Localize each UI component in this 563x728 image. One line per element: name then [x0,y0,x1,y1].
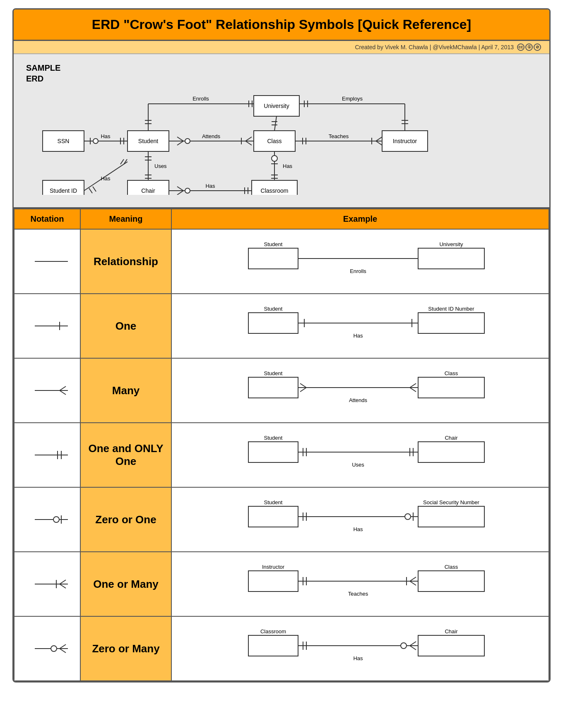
notation-icon-one_only [22,443,72,467]
svg-rect-119 [248,442,298,462]
svg-text:Student: Student [138,138,158,144]
meaning-cell-4: Zero or One [80,487,171,552]
svg-line-78 [177,191,183,195]
svg-text:University: University [264,103,289,109]
svg-text:Chair: Chair [141,187,155,194]
subtitle-text: Created by Vivek M. Chawla | @VivekMChaw… [355,44,514,50]
notation-icon-one_or_many [22,572,72,596]
svg-text:Class: Class [267,138,282,144]
svg-text:Chair: Chair [445,435,458,441]
erd-diagram: SSN Student ID Student Chair University … [26,62,537,195]
svg-line-156 [410,581,416,585]
meaning-cell-6: Zero or Many [80,616,171,681]
table-row: One Student Student ID Number Has [14,294,549,358]
svg-point-80 [185,188,190,193]
svg-text:Has: Has [205,183,215,189]
svg-rect-147 [248,571,298,592]
svg-rect-134 [418,506,484,527]
svg-text:Teaches: Teaches [329,133,349,139]
meaning-cell-1: One [80,294,171,358]
svg-text:Has: Has [353,526,363,532]
svg-line-24 [89,188,92,193]
svg-text:Enrolls: Enrolls [350,268,366,274]
svg-line-102 [60,390,66,395]
example-diagram-one: Student Student ID Number Has [215,302,505,348]
table-row: One or Many Instructor Class Teaches [14,552,549,616]
svg-text:Enrolls: Enrolls [192,96,209,102]
svg-text:Employs: Employs [342,96,363,102]
example-cell-2: Student Class Attends [171,358,549,423]
svg-text:Chair: Chair [445,628,458,635]
svg-line-145 [60,584,66,588]
svg-rect-121 [418,442,484,462]
notation-icon-plain [22,249,72,274]
svg-text:Class: Class [445,564,458,570]
header-example: Example [171,209,549,229]
svg-point-71 [272,156,277,161]
svg-rect-149 [418,571,484,592]
example-diagram-many: Student Class Attends [215,367,505,412]
svg-text:Class: Class [445,370,458,376]
example-cell-5: Instructor Class Teaches [171,552,549,616]
svg-text:Student: Student [264,499,283,505]
svg-text:Social Security Number: Social Security Number [423,499,479,505]
notation-cell-4 [14,487,80,552]
svg-line-41 [245,141,252,145]
example-diagram-zero_or_one: Student Social Security Number Has [215,496,505,541]
svg-text:Student ID: Student ID [50,187,77,194]
meaning-cell-2: Many [80,358,171,423]
header-meaning: Meaning [80,209,171,229]
svg-line-110 [300,388,306,392]
svg-rect-106 [418,377,484,398]
svg-rect-86 [418,248,484,269]
table-row: Zero or Many Classroom Chair Has [14,616,549,681]
svg-text:Instructor: Instructor [262,564,285,570]
table-row: Many Student Class Attends [14,358,549,423]
svg-text:Classroom: Classroom [261,187,289,194]
svg-text:Attends: Attends [349,397,368,403]
svg-point-39 [185,139,190,144]
svg-rect-94 [418,313,484,333]
svg-line-40 [245,137,252,141]
svg-rect-92 [248,313,298,333]
svg-text:SSN: SSN [58,138,70,144]
notation-icon-zero_or_one [22,507,72,532]
svg-line-155 [410,577,416,581]
table-row: Relationship Student University Enrolls [14,229,549,294]
svg-rect-104 [248,377,298,398]
cc-icon: cc [517,43,525,51]
svg-text:Has: Has [353,655,363,661]
svg-text:Student: Student [264,370,283,376]
erd-section: SAMPLEERD SSN Student ID Student Chair [14,54,549,208]
svg-text:Uses: Uses [352,462,364,468]
svg-point-130 [53,517,59,522]
svg-text:Has: Has [353,333,363,339]
svg-line-101 [60,386,66,390]
svg-line-77 [177,187,183,191]
svg-line-62 [376,137,382,141]
example-diagram-zero_or_many: Classroom Chair Has [215,625,505,671]
svg-point-171 [401,643,407,649]
example-cell-3: Student Chair Uses [171,423,549,487]
example-cell-6: Classroom Chair Has [171,616,549,681]
svg-line-37 [177,141,183,145]
notation-cell-1 [14,294,80,358]
svg-line-144 [60,580,66,584]
page-title: ERD "Crow's Foot" Relationship Symbols [… [92,17,471,32]
example-diagram-plain: Student University Enrolls [215,238,505,283]
svg-text:Classroom: Classroom [260,628,286,635]
meaning-cell-3: One and ONLY One [80,423,171,487]
svg-rect-84 [248,248,298,269]
example-cell-4: Student Social Security Number Has [171,487,549,552]
svg-line-173 [410,646,416,650]
svg-text:Student: Student [264,306,283,312]
svg-point-19 [93,139,98,144]
notation-cell-6 [14,616,80,681]
svg-text:Teaches: Teaches [348,591,368,597]
subtitle-bar: Created by Vivek M. Chawla | @VivekMChaw… [14,41,549,54]
svg-line-26 [120,159,124,164]
notation-icon-zero_or_many [22,636,72,661]
main-container: ERD "Crow's Foot" Relationship Symbols [… [12,8,551,682]
svg-line-172 [410,642,416,646]
svg-line-36 [177,137,183,141]
